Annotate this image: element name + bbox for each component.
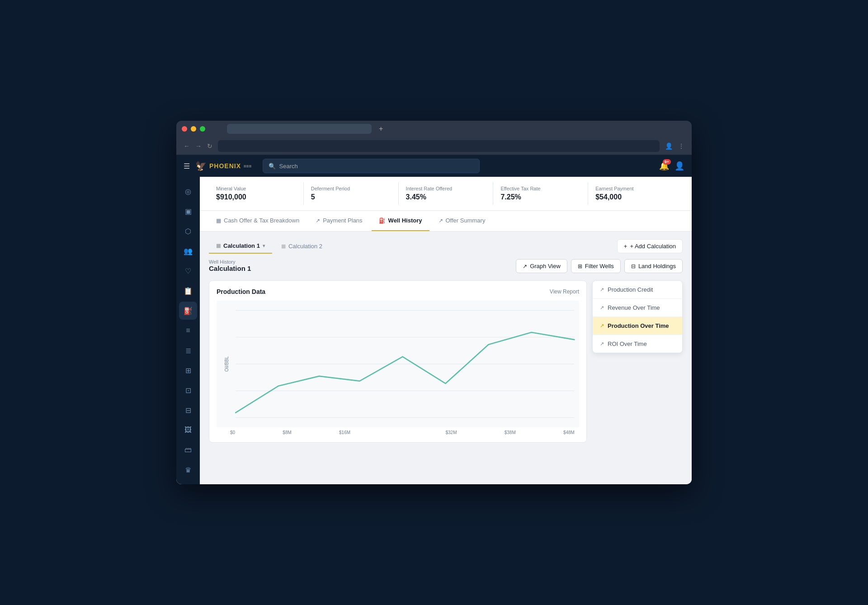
stat-label-earnest: Earnest Payment (595, 186, 675, 191)
url-bar[interactable] (218, 140, 660, 152)
screen-wrapper: + ← → ↻ 👤 ⋮ ☰ 🦅 PHOENIX ≡≡≡ 🔍 Search (176, 121, 692, 484)
calc-tab-2[interactable]: ▦ Calculation 2 (274, 239, 330, 253)
graph-view-label: Graph View (530, 263, 561, 269)
x-label-0: $0 (230, 430, 235, 435)
tab-cash-label: Cash Offer & Tax Breakdown (224, 217, 299, 224)
search-icon: 🔍 (269, 163, 276, 170)
user-profile-button[interactable]: 👤 (675, 161, 684, 171)
well-history-actions: ↗ Graph View ⊞ Filter Wells ⊟ Land Holdi… (516, 259, 683, 273)
tab-cash-offer[interactable]: ▦ Cash Offer & Tax Breakdown (209, 211, 307, 231)
calc2-icon: ▦ (281, 243, 286, 249)
calc-tab-1[interactable]: ▦ Calculation 1 ▾ (209, 239, 272, 254)
add-calc-label: + Add Calculation (630, 243, 676, 250)
sidebar-item-dashboard[interactable]: ◎ (179, 182, 197, 200)
land-holdings-label: Land Holdings (638, 263, 676, 269)
hamburger-menu[interactable]: ☰ (184, 162, 190, 170)
forward-button[interactable]: → (195, 142, 202, 150)
sidebar: ◎ ▣ ⬡ 👥 ♡ 📋 ⛽ ≡ ≣ ⊞ ⊡ ⊟ 🖼 🗃 ♛ (176, 177, 200, 484)
tab-well-history[interactable]: ⛽ Well History (372, 211, 429, 231)
calc1-chevron: ▾ (263, 243, 265, 248)
add-calculation-button[interactable]: + + Add Calculation (617, 239, 683, 253)
browser-menu-icon[interactable]: ⋮ (678, 142, 684, 150)
dropdown-item-production-credit[interactable]: ↗ Production Credit (593, 281, 682, 299)
filter-wells-button[interactable]: ⊞ Filter Wells (571, 259, 621, 273)
browser-icons: 👤 ⋮ (665, 142, 684, 150)
maximize-dot[interactable] (200, 126, 205, 132)
app: ☰ 🦅 PHOENIX ≡≡≡ 🔍 Search 🔔 9+ 👤 (176, 155, 692, 484)
titlebar: + (176, 121, 692, 137)
refresh-button[interactable]: ↻ (207, 142, 212, 150)
tab-well-label: Well History (388, 217, 422, 224)
stat-value-mineral: $910,000 (216, 193, 296, 201)
dropdown-item-roi-over-time[interactable]: ↗ ROI Over Time (593, 335, 682, 353)
well-history-name: Calculation 1 (209, 265, 251, 272)
sidebar-item-document[interactable]: ▣ (179, 202, 197, 220)
chart-type-dropdown: ↗ Production Credit ↗ Revenue Over Time … (592, 280, 683, 353)
tab-payment-plans[interactable]: ↗ Payment Plans (308, 211, 369, 231)
user-profile-icon[interactable]: 👤 (665, 142, 673, 150)
well-history-header: Well History Calculation 1 ↗ Graph View … (209, 259, 683, 273)
view-report-button[interactable]: View Report (550, 288, 579, 295)
dropdown-item-revenue-over-time[interactable]: ↗ Revenue Over Time (593, 299, 682, 317)
sidebar-item-layers[interactable]: ⬡ (179, 222, 197, 240)
stat-value-deferment: 5 (311, 193, 391, 201)
tab-offer-label: Offer Summary (446, 217, 486, 224)
graph-view-button[interactable]: ↗ Graph View (516, 259, 567, 273)
topnav: ☰ 🦅 PHOENIX ≡≡≡ 🔍 Search 🔔 9+ 👤 (176, 155, 692, 177)
well-history-title-block: Well History Calculation 1 (209, 259, 251, 272)
tabs-bar: ▦ Cash Offer & Tax Breakdown ↗ Payment P… (200, 211, 692, 232)
x-axis-labels: $0 $8M $16M $32M $38M $48M (217, 427, 579, 435)
tab-offer-summary[interactable]: ↗ Offer Summary (431, 211, 493, 231)
sidebar-item-crop[interactable]: ⊡ (179, 381, 197, 399)
calc2-label: Calculation 2 (288, 243, 322, 250)
stat-mineral-value: Mineral Value $910,000 (209, 182, 304, 205)
search-bar[interactable]: 🔍 Search (263, 159, 480, 173)
minimize-dot[interactable] (191, 126, 196, 132)
x-label-4: $32M (445, 430, 457, 435)
main-area: Production Data View Report Oil/BBL (209, 280, 683, 443)
new-tab-button[interactable]: + (379, 125, 383, 133)
dropdown-label-revenue-over-time: Revenue Over Time (608, 304, 660, 311)
notification-badge: 9+ (663, 159, 671, 165)
land-holdings-button[interactable]: ⊟ Land Holdings (624, 259, 683, 273)
well-history-tab-icon: ⛽ (379, 217, 386, 224)
back-button[interactable]: ← (184, 142, 190, 150)
sidebar-item-users[interactable]: 👥 (179, 242, 197, 260)
x-label-5: $38M (505, 430, 516, 435)
address-bar-display (227, 124, 372, 134)
chart-area: Oil/BBL (217, 301, 579, 427)
notifications-button[interactable]: 🔔 9+ (659, 161, 669, 171)
filter-wells-icon: ⊞ (578, 263, 582, 269)
search-placeholder: Search (279, 163, 298, 170)
calc1-label: Calculation 1 (223, 242, 260, 249)
stat-interest-rate: Interest Rate Offered 3.45% (399, 182, 494, 205)
sidebar-item-well[interactable]: ⛽ (179, 302, 197, 320)
sidebar-item-favorites[interactable]: ♡ (179, 262, 197, 280)
dropdown-item-production-over-time[interactable]: ↗ Production Over Time (593, 317, 682, 335)
offer-summary-tab-icon: ↗ (439, 217, 443, 224)
sidebar-item-grid2[interactable]: ⊟ (179, 401, 197, 419)
payment-plans-tab-icon: ↗ (316, 217, 320, 224)
sidebar-item-clipboard[interactable]: 📋 (179, 282, 197, 300)
dropdown-label-production-credit: Production Credit (608, 286, 653, 293)
y-axis-label: Oil/BBL (224, 356, 229, 372)
calc-tabs-row: ▦ Calculation 1 ▾ ▦ Calculation 2 + + Ad… (209, 239, 683, 254)
main-content: Mineral Value $910,000 Deferment Period … (200, 177, 692, 484)
revenue-over-time-icon: ↗ (600, 305, 604, 311)
main-layout: ◎ ▣ ⬡ 👥 ♡ 📋 ⛽ ≡ ≣ ⊞ ⊡ ⊟ 🖼 🗃 ♛ (176, 177, 692, 484)
sidebar-item-grid1[interactable]: ⊞ (179, 361, 197, 379)
logo-text: PHOENIX (209, 162, 241, 170)
close-dot[interactable] (182, 126, 187, 132)
stat-label-mineral: Mineral Value (216, 186, 296, 191)
filter-wells-label: Filter Wells (585, 263, 614, 269)
tab-payment-label: Payment Plans (323, 217, 362, 224)
sidebar-item-list1[interactable]: ≡ (179, 321, 197, 340)
sidebar-item-archive[interactable]: 🗃 (179, 441, 197, 459)
sidebar-item-list2[interactable]: ≣ (179, 341, 197, 359)
sidebar-item-crown[interactable]: ♛ (179, 461, 197, 479)
land-holdings-icon: ⊟ (631, 263, 636, 269)
production-over-time-icon: ↗ (600, 323, 604, 329)
x-label-2: $16M (339, 430, 350, 435)
chart-header: Production Data View Report (217, 288, 579, 295)
sidebar-item-image[interactable]: 🖼 (179, 421, 197, 439)
